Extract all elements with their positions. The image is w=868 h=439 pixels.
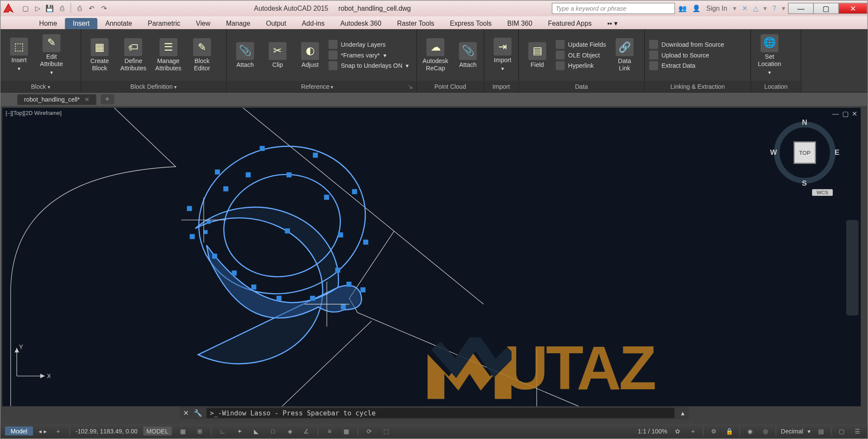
qat-undo-icon[interactable]: ↶ [86, 3, 97, 14]
wcs-label[interactable]: WCS [812, 189, 833, 196]
units-button[interactable]: Decimal [781, 427, 803, 434]
adjust-button[interactable]: ◐Adjust [296, 41, 324, 69]
qat-save-icon[interactable]: 💾 [44, 3, 55, 14]
maximize-button[interactable]: ▢ [813, 3, 839, 14]
viewcube-face[interactable]: TOP [795, 142, 815, 162]
download-source-button[interactable]: Download from Source [649, 40, 724, 49]
command-line[interactable]: ✕ 🔧 >_-Window Lasso - Press Spacebar to … [180, 407, 689, 419]
3dosnap-icon[interactable]: ◈ [284, 425, 295, 436]
tab-annotate[interactable]: Annotate [97, 18, 140, 29]
block-editor-button[interactable]: ✎Block Editor [188, 37, 216, 73]
workspace-icon[interactable]: ⚙ [708, 425, 719, 436]
isodraft-icon[interactable]: ◣ [250, 425, 262, 436]
close-button[interactable]: ✕ [838, 3, 868, 14]
gear-icon[interactable]: ✿ [672, 425, 683, 436]
panel-block-title[interactable]: Block [31, 83, 50, 90]
create-block-button[interactable]: ▦Create Block [86, 37, 114, 73]
tab-view[interactable]: View [188, 18, 218, 29]
define-attributes-button[interactable]: 🏷Define Attributes [118, 37, 148, 73]
compass-n[interactable]: N [802, 118, 807, 126]
pc-attach-button[interactable]: 📎Attach [454, 41, 482, 69]
tab-insert[interactable]: Insert [65, 18, 97, 29]
compass-s[interactable]: S [802, 179, 807, 188]
ribbon-overflow[interactable]: ▪▪ ▾ [600, 18, 625, 29]
annoscale-button[interactable]: 1:1 / 100% [638, 427, 667, 434]
polar-icon[interactable]: ✦ [234, 425, 245, 436]
autodesk360-icon[interactable]: 👥 [678, 4, 687, 12]
file-tab-close-icon[interactable]: ✕ [84, 96, 90, 103]
tab-output[interactable]: Output [258, 18, 294, 29]
extract-data-button[interactable]: Extract Data [649, 61, 724, 70]
tab-parametric[interactable]: Parametric [140, 18, 188, 29]
viewcube[interactable]: N S E W TOP [771, 119, 838, 186]
tab-home[interactable]: Home [31, 18, 65, 29]
signin-button[interactable]: Sign In [706, 4, 727, 12]
qat-open-icon[interactable]: ▷ [32, 3, 43, 14]
clip-button[interactable]: ✂Clip [264, 41, 292, 69]
quickprops-icon[interactable]: ▤ [815, 425, 826, 436]
customize-status-icon[interactable]: ☰ [852, 425, 863, 436]
snap-underlays-dropdown[interactable]: Snap to Underlays ON ▾ [329, 61, 409, 70]
panel-blockdef-title[interactable]: Block Definition [130, 83, 177, 90]
drawing-viewport[interactable]: [–][Top][2D Wireframe] — ▢ ✕ [2, 108, 861, 406]
lineweight-icon[interactable]: ≡ [324, 425, 335, 436]
cmd-input[interactable]: >_-Window Lasso - Press Spacebar to cycl… [207, 408, 675, 418]
snap-icon[interactable]: ⊞ [194, 425, 205, 436]
data-link-button[interactable]: 🔗Data Link [611, 37, 639, 73]
import-button[interactable]: ⇥Import▼ [488, 36, 516, 73]
tab-featuredapps[interactable]: Featured Apps [540, 18, 599, 29]
field-button[interactable]: ▤Field [523, 41, 551, 69]
help-icon[interactable]: ? [772, 4, 776, 12]
grid-icon[interactable]: ▦ [178, 425, 189, 436]
otrack-icon[interactable]: ∠ [301, 425, 312, 436]
qat-new-icon[interactable]: ▢ [20, 3, 31, 14]
model-tab-button[interactable]: Model [5, 427, 33, 436]
attach-button[interactable]: 📎Attach [231, 41, 259, 69]
set-location-button[interactable]: 🌐Set Location▼ [756, 33, 784, 77]
qat-plot-icon[interactable]: ⎙ [74, 3, 85, 14]
transparency-icon[interactable]: ▦ [341, 425, 352, 436]
tab-rastertools[interactable]: Raster Tools [389, 18, 442, 29]
compass-w[interactable]: W [770, 148, 777, 157]
compass-e[interactable]: E [835, 148, 839, 157]
tab-expresstools[interactable]: Express Tools [442, 18, 500, 29]
underlay-layers-button[interactable]: Underlay Layers [329, 40, 409, 49]
upload-source-button[interactable]: Upload to Source [649, 51, 724, 60]
update-fields-button[interactable]: Update Fields [556, 40, 606, 49]
tab-manage[interactable]: Manage [218, 18, 258, 29]
layout-add-icon[interactable]: + [53, 425, 64, 436]
stayconnected-icon[interactable]: △ [753, 4, 758, 12]
reference-dialog-icon[interactable]: ↘ [408, 81, 413, 92]
user-icon[interactable]: 👤 [692, 4, 701, 12]
qat-redo-icon[interactable]: ↷ [99, 3, 110, 14]
cmd-customize-icon[interactable]: 🔧 [192, 409, 205, 417]
space-toggle[interactable]: MODEL [143, 427, 172, 436]
osnap-icon[interactable]: □ [268, 425, 279, 436]
annomon-icon[interactable]: + [687, 425, 699, 436]
frames-dropdown[interactable]: *Frames vary* ▾ [329, 51, 409, 60]
minimize-button[interactable]: — [788, 3, 814, 14]
dynucs-icon[interactable]: ⬚ [380, 425, 392, 436]
layout-nav-icon[interactable]: ◂ ▸ [39, 427, 47, 435]
exchange-icon[interactable]: ✕ [742, 4, 747, 12]
help-search-input[interactable]: Type a keyword or phrase [552, 3, 675, 14]
panel-reference-title[interactable]: Reference [301, 83, 334, 90]
lock-icon[interactable]: 🔒 [724, 425, 735, 436]
navigation-bar[interactable] [846, 220, 859, 316]
cycling-icon[interactable]: ⟳ [364, 425, 375, 436]
cmd-history-icon[interactable]: ▴ [677, 409, 689, 417]
manage-attributes-button[interactable]: ☰Manage Attributes [153, 37, 184, 73]
recap-button[interactable]: ☁Autodesk ReCap [422, 37, 449, 73]
tab-addins[interactable]: Add-ins [294, 18, 333, 29]
hyperlink-button[interactable]: Hyperlink [556, 61, 606, 70]
app-menu-icon[interactable] [0, 0, 16, 16]
hardware-icon[interactable]: ◉ [744, 425, 756, 436]
edit-attribute-button[interactable]: ✎Edit Attribute▼ [37, 33, 65, 77]
tab-bim360[interactable]: BIM 360 [500, 18, 540, 29]
qat-saveas-icon[interactable]: ⎙ [57, 3, 68, 14]
file-tab[interactable]: robot_handling_cell* ✕ [17, 94, 96, 105]
cleanscreen-icon[interactable]: ▢ [836, 425, 847, 436]
insert-block-button[interactable]: ⬚Insert▼ [5, 36, 33, 73]
ole-object-button[interactable]: OLE Object [556, 51, 606, 60]
tab-autodesk360[interactable]: Autodesk 360 [332, 18, 389, 29]
